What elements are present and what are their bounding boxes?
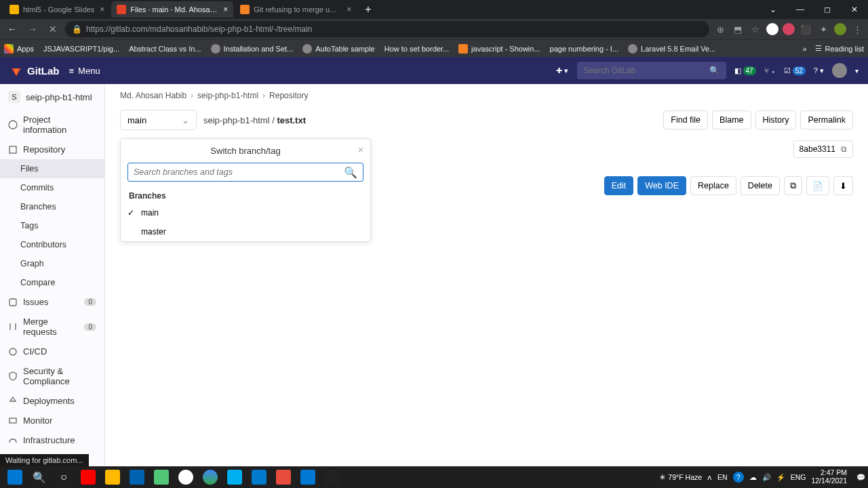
pipelines-badge[interactable]: ◧47 xyxy=(734,66,756,75)
branch-search[interactable]: 🔍 xyxy=(127,163,363,182)
language-indicator[interactable]: ENG xyxy=(791,473,806,481)
close-icon[interactable]: × xyxy=(223,5,228,14)
bookmark-item[interactable]: javascript - Showin... xyxy=(458,44,540,54)
tray-icon[interactable]: ⚡ xyxy=(776,473,785,482)
find-file-button[interactable]: Find file xyxy=(663,110,708,129)
reading-list-button[interactable]: ☰Reading list xyxy=(815,44,864,53)
maximize-button[interactable]: ◻ xyxy=(814,0,841,19)
cortana-button[interactable]: ○ xyxy=(52,466,76,488)
clock[interactable]: 2:47 PM 12/14/2021 xyxy=(811,469,851,485)
zoom-icon[interactable]: ⊕ xyxy=(713,22,727,36)
web-ide-button[interactable]: Web IDE xyxy=(637,176,686,195)
tray-icon[interactable]: ☁ xyxy=(749,473,757,481)
taskbar-app[interactable] xyxy=(100,466,125,488)
merge-requests-badge[interactable]: ⑂ ▾ xyxy=(764,66,776,75)
taskbar-app[interactable] xyxy=(76,466,100,488)
bookmark-item[interactable]: Installation and Set... xyxy=(211,44,294,54)
search-icon[interactable]: 🔍 xyxy=(344,166,357,179)
taskbar-app[interactable] xyxy=(222,466,247,488)
branch-search-input[interactable] xyxy=(134,167,344,177)
browser-tab[interactable]: Git refusing to merge unrelated × xyxy=(235,1,357,18)
sidebar-item-graph[interactable]: Graph xyxy=(0,254,104,273)
sidebar-item-issues[interactable]: Issues0 xyxy=(0,292,104,312)
breadcrumb-link[interactable]: Repository xyxy=(269,91,308,100)
help-icon[interactable]: ? ▾ xyxy=(814,66,824,75)
replace-button[interactable]: Replace xyxy=(690,176,736,195)
todos-badge[interactable]: ☑52 xyxy=(784,66,806,75)
bookmark-star-icon[interactable]: ☆ xyxy=(749,22,762,36)
extensions-icon[interactable]: ⬛ xyxy=(799,22,812,36)
breadcrumb-link[interactable]: Md. Ahosan Habib xyxy=(120,91,186,100)
search-input[interactable] xyxy=(584,66,709,75)
taskbar-app[interactable] xyxy=(296,466,320,488)
taskbar-app[interactable] xyxy=(320,466,344,488)
sidebar-item-monitor[interactable]: Monitor xyxy=(0,411,104,430)
user-menu[interactable] xyxy=(832,63,847,78)
sidebar-item-security[interactable]: Security & Compliance xyxy=(0,361,104,391)
sidebar-item-branches[interactable]: Branches xyxy=(0,197,104,216)
bookmark-item[interactable]: JSJAVASCRIPT1/pig... xyxy=(43,45,119,53)
help-icon[interactable]: ? xyxy=(733,472,744,483)
caret-down-icon[interactable]: ⌄ xyxy=(760,0,787,19)
taskbar-app[interactable] xyxy=(125,466,149,488)
apps-shortcut[interactable]: Apps xyxy=(4,44,34,54)
branch-option[interactable]: ✓ main xyxy=(121,203,370,222)
tray-chevron-icon[interactable]: ʌ xyxy=(707,473,712,481)
browser-tab[interactable]: Files · main · Md. Ahosan Habib × xyxy=(111,1,233,18)
bookmark-item[interactable]: Abstract Class vs In... xyxy=(129,45,201,53)
minimize-button[interactable]: — xyxy=(787,0,814,19)
sidebar-item-cicd[interactable]: CI/CD xyxy=(0,342,104,361)
bookmark-item[interactable]: page numbering - I... xyxy=(550,45,619,53)
stop-button[interactable]: ✕ xyxy=(45,21,61,37)
taskbar-app[interactable] xyxy=(198,466,222,488)
bookmark-item[interactable]: How to set border... xyxy=(384,45,449,53)
sidebar-item-tags[interactable]: Tags xyxy=(0,216,104,235)
forward-button[interactable]: → xyxy=(24,21,41,37)
sidebar-item-commits[interactable]: Commits xyxy=(0,178,104,197)
blame-button[interactable]: Blame xyxy=(712,110,751,129)
new-tab-button[interactable]: + xyxy=(358,3,378,16)
branch-selector[interactable]: main ⌄ xyxy=(120,110,197,130)
sidebar-item-contributors[interactable]: Contributors xyxy=(0,235,104,254)
new-button[interactable]: ✚ ▾ xyxy=(556,66,568,75)
profile-avatar[interactable] xyxy=(783,23,795,35)
sidebar-item-deployments[interactable]: Deployments xyxy=(0,391,104,411)
breadcrumb-link[interactable]: seip-php-b1-html xyxy=(197,91,258,100)
download-button[interactable]: ⬇ xyxy=(833,176,853,195)
weather-widget[interactable]: ☀ 79°F Haze xyxy=(659,473,702,481)
bookmark-item[interactable]: AutoTable sample xyxy=(302,44,374,54)
taskbar-app[interactable] xyxy=(174,466,198,488)
taskbar-app[interactable] xyxy=(247,466,271,488)
back-button[interactable]: ← xyxy=(4,21,20,37)
sidebar-item-merge-requests[interactable]: Merge requests0 xyxy=(0,312,104,342)
taskbar-app[interactable] xyxy=(271,466,296,488)
tray-icon[interactable]: 🔊 xyxy=(762,473,771,482)
raw-button[interactable]: 📄 xyxy=(806,176,829,195)
history-button[interactable]: History xyxy=(755,110,797,129)
notifications-icon[interactable]: 💬 xyxy=(856,473,865,482)
bookmark-item[interactable]: Laravel 5.8 Email Ve... xyxy=(628,44,715,54)
close-window-button[interactable]: ✕ xyxy=(841,0,868,19)
close-icon[interactable]: × xyxy=(347,5,351,14)
start-button[interactable] xyxy=(3,466,27,488)
gitlab-logo[interactable]: GitLab xyxy=(9,64,60,77)
sidebar-item-project-info[interactable]: Project information xyxy=(0,110,104,140)
copy-icon[interactable]: ⧉ xyxy=(841,144,847,154)
delete-button[interactable]: Delete xyxy=(741,176,780,195)
branch-option[interactable]: master xyxy=(121,222,370,241)
share-icon[interactable]: ⬒ xyxy=(731,22,745,36)
sidebar-item-compare[interactable]: Compare xyxy=(0,273,104,292)
search-button[interactable]: 🔍 xyxy=(27,466,52,488)
extensions-puzzle-icon[interactable]: ✦ xyxy=(816,22,830,36)
gitlab-search[interactable]: 🔍 xyxy=(577,62,726,79)
user-avatar[interactable] xyxy=(834,23,846,35)
close-icon[interactable]: × xyxy=(358,144,363,155)
sidebar-item-files[interactable]: Files xyxy=(0,159,104,178)
sidebar-item-repository[interactable]: Repository xyxy=(0,140,104,159)
search-icon[interactable]: 🔍 xyxy=(709,66,719,75)
copy-contents-button[interactable]: ⧉ xyxy=(784,176,802,195)
bookmark-overflow[interactable]: » xyxy=(802,45,806,53)
address-bar[interactable]: 🔒 https://gitlab.com/mdahosanhabib/seip-… xyxy=(65,21,709,37)
menu-button[interactable]: ≡ Menu xyxy=(69,66,100,76)
browser-tab[interactable]: html5 - Google Slides × xyxy=(4,1,110,18)
